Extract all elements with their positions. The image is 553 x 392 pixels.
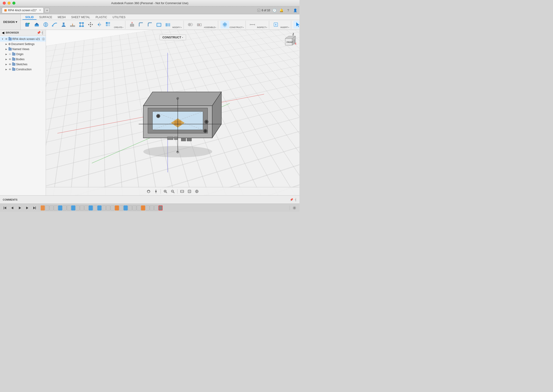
timeline-item[interactable] — [111, 205, 115, 210]
sketches-visibility-icon[interactable]: 👁 — [8, 63, 12, 66]
maximize-button[interactable] — [12, 2, 15, 5]
history-button[interactable]: 🕐 — [272, 8, 277, 13]
revolve-button[interactable] — [41, 21, 50, 28]
rectangular-pattern-button[interactable] — [104, 21, 113, 28]
timeline-item[interactable] — [106, 205, 110, 210]
comments-expand-button[interactable]: ┤ — [295, 198, 297, 201]
fillet-button[interactable] — [137, 21, 145, 28]
as-built-joint-button[interactable] — [195, 21, 204, 28]
construction-visibility-icon[interactable]: 👁 — [8, 68, 12, 71]
timeline-item[interactable] — [84, 205, 88, 210]
sidebar-expand-button[interactable]: ┤ — [41, 31, 44, 35]
tab-surface[interactable]: SURFACE — [36, 15, 55, 20]
timeline-item[interactable] — [49, 205, 54, 210]
extrude-button[interactable] — [32, 21, 41, 28]
select-button[interactable] — [293, 21, 299, 28]
timeline-item[interactable] — [89, 205, 93, 210]
new-component-button[interactable] — [23, 21, 32, 28]
sidebar-pin-button[interactable]: 📌 — [37, 31, 41, 35]
timeline-item[interactable] — [141, 205, 145, 210]
comments-pin-button[interactable]: 📌 — [290, 198, 293, 201]
active-tab[interactable]: RPi4 4inch screen v21* ✕ — [2, 7, 44, 13]
timeline-item[interactable] — [145, 205, 150, 210]
timeline-item[interactable] — [137, 205, 141, 210]
move-copy-button[interactable] — [86, 21, 95, 28]
zoom-extents-button[interactable] — [162, 188, 169, 195]
bodies-visibility-icon[interactable]: 👁 — [8, 58, 12, 61]
viewport[interactable]: Z FRONT RIGHT X CONSTRUCT - — [46, 30, 299, 195]
pan-button[interactable] — [153, 188, 159, 195]
tab-utilities[interactable]: UTILITIES — [110, 15, 128, 20]
tree-item-bodies[interactable]: ▶ 👁 Bodies — [0, 57, 46, 62]
tree-item-construction[interactable]: ▶ 👁 Construction — [0, 67, 46, 72]
timeline-go-start-button[interactable] — [2, 205, 8, 211]
tree-item-named-views[interactable]: ▶ Named Views — [0, 47, 46, 52]
timeline-step-forward-button[interactable] — [24, 205, 30, 211]
press-pull-button[interactable] — [128, 21, 136, 28]
web-icon — [78, 21, 85, 28]
timeline-current-item[interactable] — [159, 205, 163, 210]
split-face-button[interactable] — [164, 21, 172, 28]
timeline-item[interactable] — [45, 205, 49, 210]
timeline-item[interactable] — [93, 205, 97, 210]
tab-close-button[interactable]: ✕ — [39, 9, 41, 12]
shell-button[interactable] — [155, 21, 163, 28]
timeline-item[interactable] — [41, 205, 45, 210]
orbit-button[interactable] — [145, 188, 152, 195]
timeline-play-button[interactable] — [17, 205, 23, 211]
new-tab-button[interactable]: + — [45, 8, 50, 13]
timeline-item[interactable] — [115, 205, 119, 210]
orientation-cube[interactable]: Z FRONT RIGHT X — [281, 33, 297, 49]
tree-item-sketches[interactable]: ▶ 👁 Sketches — [0, 62, 46, 67]
minimize-button[interactable] — [7, 2, 11, 5]
loft-button[interactable] — [59, 21, 68, 28]
timeline-item[interactable] — [62, 205, 67, 210]
root-visibility-icon[interactable]: 👁 — [5, 37, 8, 41]
sidebar-collapse-button[interactable]: ◀ — [2, 31, 4, 35]
origin-visibility-icon[interactable]: 👁 — [8, 53, 12, 56]
close-button[interactable] — [3, 2, 6, 5]
tree-item-origin[interactable]: ▶ 👁 Origin — [0, 52, 46, 57]
timeline-item[interactable] — [102, 205, 106, 210]
timeline-item[interactable] — [67, 205, 71, 210]
account-button[interactable]: 👤 — [293, 8, 298, 13]
timeline-item[interactable] — [128, 205, 132, 210]
timeline-item[interactable] — [76, 205, 80, 210]
chamfer-button[interactable] — [145, 21, 154, 28]
insert-derive-button[interactable] — [271, 21, 280, 28]
timeline-item[interactable] — [80, 205, 84, 210]
offset-plane-button[interactable] — [221, 21, 229, 28]
help-button[interactable]: ? — [286, 8, 291, 13]
tab-solid[interactable]: SOLID — [22, 15, 36, 20]
timeline-go-end-button[interactable] — [31, 205, 38, 211]
tree-item-doc-settings[interactable]: ▶ ⚙ Document Settings — [0, 42, 46, 47]
display-mode-button[interactable] — [179, 188, 185, 195]
svg-point-104 — [147, 190, 150, 193]
tree-root-item[interactable]: ▼ 👁 RPi4 4inch screen v21 — [0, 36, 46, 42]
timeline-item[interactable] — [150, 205, 154, 210]
rib-button[interactable] — [68, 21, 77, 28]
timeline-step-back-button[interactable] — [9, 205, 16, 211]
timeline-item[interactable] — [97, 205, 102, 210]
design-workspace-button[interactable]: DESIGN ▾ — [0, 14, 21, 30]
timeline-settings-button[interactable] — [291, 205, 298, 211]
web-button[interactable] — [77, 21, 86, 28]
timeline-item[interactable] — [154, 205, 158, 210]
mirror-button[interactable] — [95, 21, 104, 28]
tab-plastic[interactable]: PLASTIC — [93, 15, 110, 20]
notifications-button[interactable]: 🔔 — [279, 8, 284, 13]
zoom-button[interactable] — [169, 188, 176, 195]
measure-button[interactable] — [248, 21, 257, 28]
sweep-button[interactable] — [50, 21, 59, 28]
tab-mesh[interactable]: MESH — [55, 15, 69, 20]
timeline-item[interactable] — [132, 205, 136, 210]
timeline-item[interactable] — [124, 205, 128, 210]
timeline-item[interactable] — [119, 205, 123, 210]
timeline-item[interactable] — [54, 205, 58, 210]
joint-button[interactable] — [186, 21, 195, 28]
environments-button[interactable] — [194, 188, 200, 195]
tab-sheet-metal[interactable]: SHEET METAL — [69, 15, 93, 20]
timeline-item[interactable] — [71, 205, 75, 210]
visual-style-button[interactable] — [186, 188, 193, 195]
timeline-item[interactable] — [58, 205, 62, 210]
